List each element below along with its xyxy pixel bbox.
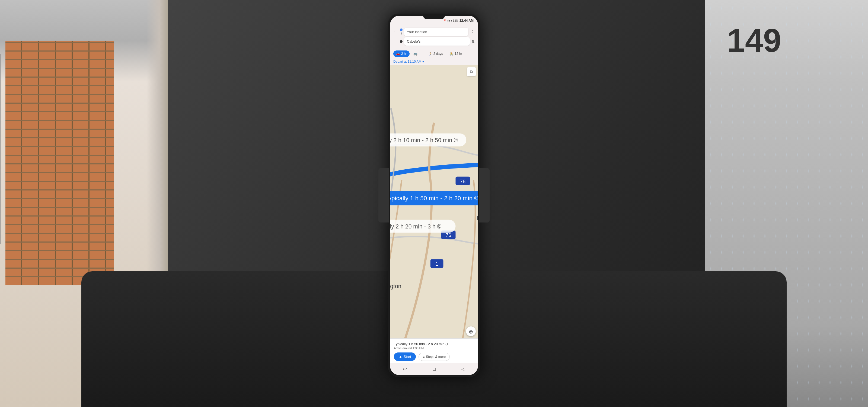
driving-time: 2 hr xyxy=(401,52,407,56)
status-time: 12:44 AM xyxy=(460,19,474,23)
route-summary: Typically 1 h 50 min - 2 h 20 min (1... xyxy=(394,342,474,346)
destination-text: Cabela's xyxy=(407,39,421,43)
nav-bar: ↩ □ ◁ xyxy=(390,363,478,375)
destination-row: Cabela's ⇅ xyxy=(393,37,475,45)
svg-text:1: 1 xyxy=(435,261,438,267)
origin-dot xyxy=(400,29,403,31)
transit-time: — xyxy=(418,52,422,56)
svg-text:Typically 2 h 20 min - 3 h ©: Typically 2 h 20 min - 3 h © xyxy=(390,223,442,230)
phone-body: 📍 ●●● 33% 12:44 AM ← You xyxy=(388,13,480,377)
tab-driving[interactable]: 🚗 2 hr xyxy=(393,51,410,57)
back-button[interactable]: ← xyxy=(393,29,398,35)
action-buttons: ▲ Start ≡ Steps & more xyxy=(394,352,474,361)
destination-dot xyxy=(400,40,403,43)
signal-strength: ●●● xyxy=(447,19,452,22)
svg-text:Typically 2 h 10 min - 2 h 50 : Typically 2 h 10 min - 2 h 50 min © xyxy=(390,137,458,144)
origin-text: Your location xyxy=(407,30,427,34)
walking-time: 2 days xyxy=(433,52,443,56)
start-button[interactable]: ▲ Start xyxy=(394,352,416,361)
status-icons: 📍 ●●● 33% xyxy=(443,19,458,22)
cycling-time: 12 hr xyxy=(455,52,462,56)
start-icon: ▲ xyxy=(399,355,402,359)
transport-tabs: 🚗 2 hr 🚌 — 🚶 2 days 🚴 12 hr xyxy=(390,49,478,59)
mount-clamp-left xyxy=(378,168,389,222)
depart-row[interactable]: Depart at 11:10 AM ▾ xyxy=(390,59,478,65)
phone-mount: 📍 ●●● 33% 12:44 AM ← You xyxy=(382,13,486,388)
steps-button[interactable]: ≡ Steps & more xyxy=(418,353,450,361)
connector-dot-3 xyxy=(401,34,402,35)
tab-cycling[interactable]: 🚴 12 hr xyxy=(447,51,465,57)
nav-recent-button[interactable]: ↩ xyxy=(403,366,407,372)
svg-text:Typically 1 h 50 min - 2 h 20 : Typically 1 h 50 min - 2 h 20 min © xyxy=(390,195,478,201)
notch xyxy=(423,13,445,19)
swap-button[interactable]: ⇅ xyxy=(471,39,475,44)
tab-transit[interactable]: 🚌 — xyxy=(411,51,425,57)
tab-walking[interactable]: 🚶 2 days xyxy=(426,51,446,57)
svg-text:Wilmington: Wilmington xyxy=(390,283,401,289)
brick-wall xyxy=(5,41,114,285)
nav-home-button[interactable]: □ xyxy=(433,366,436,372)
steps-icon: ≡ xyxy=(423,355,425,359)
mount-clamp-right xyxy=(479,168,490,222)
svg-text:Trenton: Trenton xyxy=(476,215,478,221)
route-connector xyxy=(400,28,403,36)
depart-label: Depart at 11:10 AM xyxy=(393,60,421,63)
origin-row: ← Your location ⋮ xyxy=(393,28,475,36)
nav-back-button[interactable]: ◁ xyxy=(461,366,465,372)
depart-arrow: ▾ xyxy=(422,60,424,63)
steps-label: Steps & more xyxy=(426,355,446,359)
bottom-panel: Typically 1 h 50 min - 2 h 20 min (1... … xyxy=(390,338,478,363)
cycling-icon: 🚴 xyxy=(450,52,454,56)
map-svg: I 78 95 78 95 76 1 xyxy=(390,65,478,338)
walking-icon: 🚶 xyxy=(428,52,432,56)
transit-icon: 🚌 xyxy=(413,52,417,56)
connector-dot-2 xyxy=(401,33,402,34)
driving-icon: 🚗 xyxy=(396,52,400,56)
start-label: Start xyxy=(404,355,411,359)
destination-input[interactable]: Cabela's xyxy=(404,37,470,45)
location-icon: 📍 xyxy=(443,19,446,22)
arrive-time: Arrive around 1:30 PM xyxy=(394,346,474,350)
battery-level: 33% xyxy=(453,19,458,22)
search-area: ← Your location ⋮ C xyxy=(390,26,478,49)
locate-button[interactable]: ◎ xyxy=(466,326,476,336)
more-menu-button[interactable]: ⋮ xyxy=(470,29,475,35)
map-area[interactable]: I 78 95 78 95 76 1 xyxy=(390,65,478,338)
map-layers-button[interactable]: ⧉ xyxy=(467,67,476,76)
connector-dot-1 xyxy=(401,32,402,33)
svg-text:78: 78 xyxy=(460,179,466,184)
svg-text:76: 76 xyxy=(446,232,452,238)
phone-screen: 📍 ●●● 33% 12:44 AM ← You xyxy=(390,16,478,375)
origin-input[interactable]: Your location xyxy=(404,28,468,36)
